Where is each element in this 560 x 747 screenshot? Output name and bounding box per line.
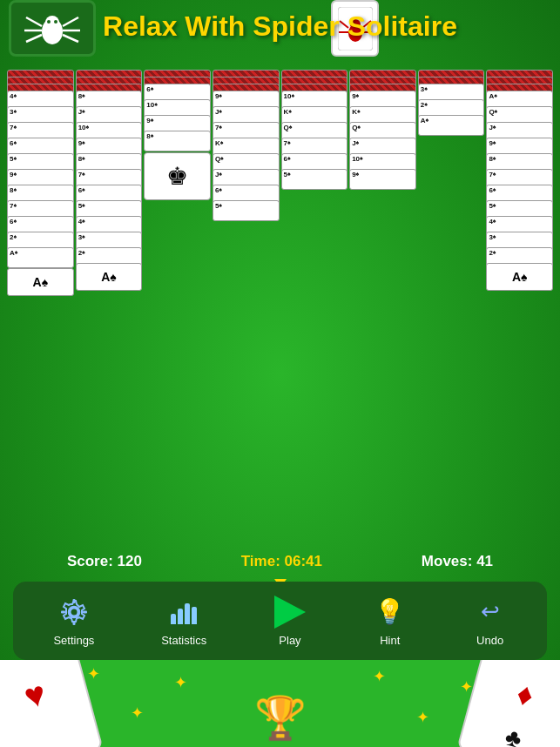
- column-7[interactable]: 3♠ 2♠ A♠: [418, 70, 485, 435]
- svg-point-18: [70, 608, 78, 616]
- play-label: Play: [279, 634, 300, 647]
- column-8[interactable]: A♠ Q♠ J♠ 9♠ 8♠ 7♠ 6♠ 5♠ 4♠ 3♠ 2♠ A♠: [486, 70, 553, 435]
- bar-chart-icon: [171, 600, 197, 624]
- statistics-icon: [167, 596, 200, 629]
- bar3: [185, 603, 190, 624]
- card-ace2: A♠: [76, 263, 143, 291]
- column-1[interactable]: 4♠ 3♠ 7♠ 6♠ 5♠ 9♠ 8♠ 7♠ 6♠ 2♠ A♠ A♠: [7, 70, 74, 435]
- play-button[interactable]: Play: [273, 596, 307, 647]
- card: 5♠: [281, 169, 348, 190]
- svg-rect-22: [83, 610, 87, 613]
- column-2[interactable]: 8♠ J♠ 10♠ 9♠ 8♠ 7♠ 6♠ 5♠ 4♠ 3♠ 2♠ A♠: [76, 70, 143, 435]
- star-decoration-6: ✦: [416, 708, 429, 727]
- bottom-card-right: Q ♦ K ♣: [456, 660, 560, 747]
- card: A♠: [418, 115, 485, 136]
- card-columns: 4♠ 3♠ 7♠ 6♠ 5♠ 9♠ 8♠ 7♠ 6♠ 2♠ A♠ A♠ 8♠ J…: [7, 70, 553, 435]
- statistics-label: Statistics: [161, 634, 206, 647]
- column-6[interactable]: 9♠ K♠ Q♠ J♠ 10♠ 9♠: [349, 70, 416, 435]
- star-decoration-1: ✦: [87, 664, 100, 683]
- column-3[interactable]: 6♠ 10♠ 9♠ 8♠ ♚: [144, 70, 211, 435]
- column-4[interactable]: 9♠ J♠ 7♠ K♠ Q♠ J♠ 6♠ 5♠: [213, 70, 280, 435]
- bottom-decoration: ✦ ✦ ✦ ✦ ✦ ✦ 🏆 J ♥ Q ♦ K ♣: [0, 660, 560, 747]
- undo-button[interactable]: ↩ Undo: [474, 596, 507, 647]
- toolbar: Settings Statistics Play 💡 Hint ↩ Undo: [13, 582, 547, 660]
- hint-icon: 💡: [374, 596, 407, 629]
- undo-label: Undo: [476, 634, 503, 647]
- settings-label: Settings: [53, 634, 94, 647]
- statistics-button[interactable]: Statistics: [161, 596, 206, 647]
- bar2: [178, 609, 183, 624]
- gear-icon: [57, 596, 91, 629]
- column-5[interactable]: 10♠ K♠ Q♠ 7♠ 6♠ 5♠: [281, 70, 348, 435]
- hint-button[interactable]: 💡 Hint: [374, 596, 407, 647]
- page-title: Relax With Spider Solitaire: [0, 10, 560, 43]
- star-decoration-4: ✦: [460, 677, 473, 697]
- king-card: ♚: [144, 152, 211, 200]
- card-ace: A♠: [7, 268, 74, 296]
- svg-rect-19: [72, 599, 75, 603]
- moves-display: Moves: 41: [422, 553, 493, 570]
- hint-label: Hint: [380, 634, 400, 647]
- star-decoration-2: ✦: [174, 673, 187, 692]
- svg-rect-21: [61, 610, 65, 613]
- play-icon: [273, 596, 307, 629]
- settings-button[interactable]: Settings: [53, 596, 94, 647]
- card: 5♠: [213, 200, 280, 221]
- bar1: [171, 614, 176, 624]
- svg-rect-20: [72, 621, 75, 625]
- undo-icon: ↩: [474, 596, 507, 629]
- card: 8♠: [144, 131, 211, 151]
- star-decoration-3: ✦: [373, 667, 386, 686]
- score-bar: Score: 120 Time: 06:41 Moves: 41: [0, 546, 560, 577]
- trophy-decoration: 🏆: [254, 694, 307, 743]
- play-triangle: [274, 596, 306, 629]
- card-ace3: A♠: [486, 263, 553, 291]
- score-display: Score: 120: [67, 553, 142, 570]
- time-display: Time: 06:41: [241, 553, 322, 570]
- star-decoration-5: ✦: [131, 703, 144, 723]
- undo-arrow-icon: ↩: [481, 598, 500, 625]
- card: 9♠: [349, 169, 416, 190]
- card: A♠: [7, 247, 74, 268]
- bulb-icon: 💡: [374, 597, 405, 626]
- bar4: [192, 607, 197, 624]
